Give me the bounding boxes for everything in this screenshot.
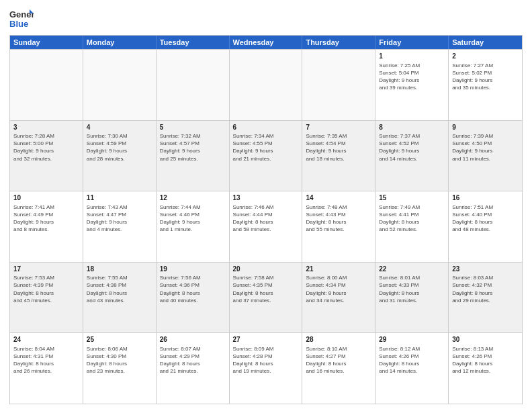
day-number: 5 (160, 123, 226, 132)
calendar-cell: 27Sunrise: 8:09 AM Sunset: 4:28 PM Dayli… (230, 333, 303, 404)
cell-text: Sunrise: 7:35 AM Sunset: 4:54 PM Dayligh… (306, 132, 371, 163)
day-number: 18 (87, 265, 152, 274)
day-number: 6 (233, 123, 299, 132)
calendar-cell: 21Sunrise: 8:00 AM Sunset: 4:34 PM Dayli… (302, 263, 375, 333)
calendar-header: SundayMondayTuesdayWednesdayThursdayFrid… (10, 36, 522, 49)
cell-text: Sunrise: 8:12 AM Sunset: 4:26 PM Dayligh… (379, 345, 445, 375)
calendar-cell: 9Sunrise: 7:39 AM Sunset: 4:50 PM Daylig… (449, 121, 522, 191)
calendar-week-row: 1Sunrise: 7:25 AM Sunset: 5:04 PM Daylig… (10, 49, 522, 120)
calendar-cell: 11Sunrise: 7:43 AM Sunset: 4:47 PM Dayli… (83, 191, 157, 262)
header: General Blue (9, 7, 523, 31)
day-number: 16 (452, 193, 519, 203)
logo-svg: General Blue (9, 7, 34, 31)
day-number: 7 (306, 123, 371, 132)
weekday-header: Tuesday (157, 36, 230, 49)
cell-text: Sunrise: 7:56 AM Sunset: 4:36 PM Dayligh… (160, 274, 226, 304)
calendar-body: 1Sunrise: 7:25 AM Sunset: 5:04 PM Daylig… (10, 49, 522, 404)
day-number: 24 (13, 335, 79, 345)
calendar-cell: 2Sunrise: 7:27 AM Sunset: 5:02 PM Daylig… (449, 50, 522, 120)
calendar-cell: 5Sunrise: 7:32 AM Sunset: 4:57 PM Daylig… (157, 121, 230, 191)
day-number: 15 (379, 193, 445, 203)
cell-text: Sunrise: 7:39 AM Sunset: 4:50 PM Dayligh… (452, 132, 519, 163)
calendar-cell: 20Sunrise: 7:58 AM Sunset: 4:35 PM Dayli… (230, 263, 303, 333)
cell-text: Sunrise: 8:07 AM Sunset: 4:29 PM Dayligh… (160, 345, 226, 375)
calendar-cell (83, 50, 157, 120)
cell-text: Sunrise: 7:34 AM Sunset: 4:55 PM Dayligh… (233, 132, 299, 163)
cell-text: Sunrise: 7:37 AM Sunset: 4:52 PM Dayligh… (379, 132, 445, 163)
calendar-cell: 12Sunrise: 7:44 AM Sunset: 4:46 PM Dayli… (157, 191, 230, 262)
cell-text: Sunrise: 7:25 AM Sunset: 5:04 PM Dayligh… (379, 62, 445, 92)
cell-text: Sunrise: 8:06 AM Sunset: 4:30 PM Dayligh… (87, 345, 152, 375)
cell-text: Sunrise: 8:10 AM Sunset: 4:27 PM Dayligh… (306, 345, 371, 375)
calendar-cell: 30Sunrise: 8:13 AM Sunset: 4:26 PM Dayli… (449, 333, 522, 404)
calendar-cell: 18Sunrise: 7:55 AM Sunset: 4:38 PM Dayli… (83, 263, 157, 333)
weekday-header: Monday (83, 36, 157, 49)
cell-text: Sunrise: 7:49 AM Sunset: 4:41 PM Dayligh… (379, 203, 445, 234)
calendar-week-row: 17Sunrise: 7:53 AM Sunset: 4:39 PM Dayli… (10, 262, 522, 333)
calendar-cell (10, 50, 83, 120)
day-number: 1 (379, 52, 445, 61)
calendar-cell: 8Sunrise: 7:37 AM Sunset: 4:52 PM Daylig… (375, 121, 449, 191)
cell-text: Sunrise: 7:27 AM Sunset: 5:02 PM Dayligh… (452, 62, 519, 92)
calendar-cell (302, 50, 375, 120)
day-number: 17 (13, 265, 79, 274)
day-number: 20 (233, 265, 299, 274)
logo: General Blue (9, 7, 34, 31)
calendar-cell: 14Sunrise: 7:48 AM Sunset: 4:43 PM Dayli… (302, 191, 375, 262)
calendar-cell: 6Sunrise: 7:34 AM Sunset: 4:55 PM Daylig… (230, 121, 303, 191)
calendar-week-row: 3Sunrise: 7:28 AM Sunset: 5:00 PM Daylig… (10, 120, 522, 191)
svg-text:Blue: Blue (9, 19, 28, 29)
day-number: 13 (233, 193, 299, 203)
calendar-cell: 1Sunrise: 7:25 AM Sunset: 5:04 PM Daylig… (375, 50, 449, 120)
day-number: 22 (379, 265, 445, 274)
day-number: 27 (233, 335, 299, 345)
weekday-header: Saturday (449, 36, 522, 49)
cell-text: Sunrise: 8:03 AM Sunset: 4:32 PM Dayligh… (452, 274, 519, 304)
calendar-cell: 29Sunrise: 8:12 AM Sunset: 4:26 PM Dayli… (375, 333, 449, 404)
calendar-cell: 24Sunrise: 8:04 AM Sunset: 4:31 PM Dayli… (10, 333, 83, 404)
calendar-cell: 28Sunrise: 8:10 AM Sunset: 4:27 PM Dayli… (302, 333, 375, 404)
day-number: 14 (306, 193, 371, 203)
cell-text: Sunrise: 7:41 AM Sunset: 4:49 PM Dayligh… (13, 203, 79, 234)
cell-text: Sunrise: 7:53 AM Sunset: 4:39 PM Dayligh… (13, 274, 79, 304)
calendar-cell: 19Sunrise: 7:56 AM Sunset: 4:36 PM Dayli… (157, 263, 230, 333)
calendar-cell: 17Sunrise: 7:53 AM Sunset: 4:39 PM Dayli… (10, 263, 83, 333)
calendar-cell: 4Sunrise: 7:30 AM Sunset: 4:59 PM Daylig… (83, 121, 157, 191)
calendar-cell: 26Sunrise: 8:07 AM Sunset: 4:29 PM Dayli… (157, 333, 230, 404)
cell-text: Sunrise: 7:48 AM Sunset: 4:43 PM Dayligh… (306, 203, 371, 234)
day-number: 11 (87, 193, 152, 203)
day-number: 3 (13, 123, 79, 132)
day-number: 23 (452, 265, 519, 274)
cell-text: Sunrise: 7:43 AM Sunset: 4:47 PM Dayligh… (87, 203, 152, 234)
calendar-week-row: 24Sunrise: 8:04 AM Sunset: 4:31 PM Dayli… (10, 332, 522, 404)
page: General Blue SundayMondayTuesdayWednesda… (0, 0, 532, 411)
calendar-week-row: 10Sunrise: 7:41 AM Sunset: 4:49 PM Dayli… (10, 191, 522, 262)
weekday-header: Thursday (302, 36, 375, 49)
weekday-header: Sunday (10, 36, 83, 49)
day-number: 26 (160, 335, 226, 345)
cell-text: Sunrise: 7:55 AM Sunset: 4:38 PM Dayligh… (87, 274, 152, 304)
calendar-cell: 23Sunrise: 8:03 AM Sunset: 4:32 PM Dayli… (449, 263, 522, 333)
cell-text: Sunrise: 7:30 AM Sunset: 4:59 PM Dayligh… (87, 132, 152, 163)
calendar-cell: 16Sunrise: 7:51 AM Sunset: 4:40 PM Dayli… (449, 191, 522, 262)
cell-text: Sunrise: 7:58 AM Sunset: 4:35 PM Dayligh… (233, 274, 299, 304)
calendar-cell: 15Sunrise: 7:49 AM Sunset: 4:41 PM Dayli… (375, 191, 449, 262)
day-number: 12 (160, 193, 226, 203)
day-number: 21 (306, 265, 371, 274)
cell-text: Sunrise: 7:44 AM Sunset: 4:46 PM Dayligh… (160, 203, 226, 234)
calendar-cell: 10Sunrise: 7:41 AM Sunset: 4:49 PM Dayli… (10, 191, 83, 262)
calendar-cell: 7Sunrise: 7:35 AM Sunset: 4:54 PM Daylig… (302, 121, 375, 191)
day-number: 10 (13, 193, 79, 203)
cell-text: Sunrise: 7:46 AM Sunset: 4:44 PM Dayligh… (233, 203, 299, 234)
calendar-cell: 25Sunrise: 8:06 AM Sunset: 4:30 PM Dayli… (83, 333, 157, 404)
cell-text: Sunrise: 7:28 AM Sunset: 5:00 PM Dayligh… (13, 132, 79, 163)
day-number: 9 (452, 123, 519, 132)
cell-text: Sunrise: 8:09 AM Sunset: 4:28 PM Dayligh… (233, 345, 299, 375)
weekday-header: Friday (375, 36, 449, 49)
day-number: 19 (160, 265, 226, 274)
cell-text: Sunrise: 8:04 AM Sunset: 4:31 PM Dayligh… (13, 345, 79, 375)
day-number: 30 (452, 335, 519, 345)
calendar-cell: 3Sunrise: 7:28 AM Sunset: 5:00 PM Daylig… (10, 121, 83, 191)
day-number: 2 (452, 52, 519, 61)
calendar: SundayMondayTuesdayWednesdayThursdayFrid… (9, 35, 523, 404)
